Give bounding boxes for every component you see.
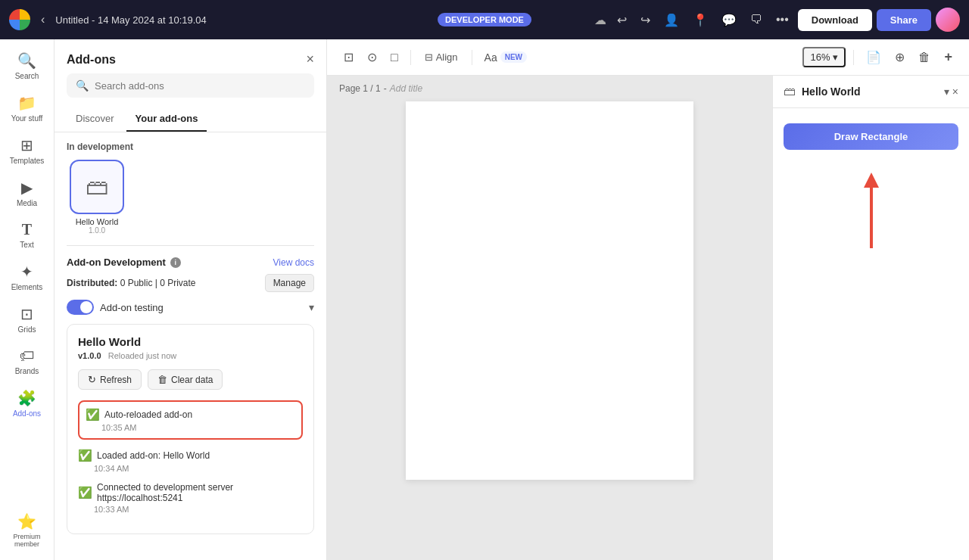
sidebar-item-search[interactable]: 🔍 Search — [3, 45, 51, 86]
user-icon-button[interactable]: 👤 — [659, 8, 684, 32]
avatar[interactable] — [936, 8, 960, 32]
media-icon: ▶ — [21, 179, 33, 197]
sidebar-item-premium[interactable]: ⭐ Premium member — [3, 506, 51, 554]
rp-addon-icon: 🗃 — [784, 85, 796, 98]
right-panel: 🗃 Hello World ▾ × Draw Rectangle — [772, 76, 969, 560]
sidebar-item-brands[interactable]: 🏷 Brands — [3, 341, 51, 381]
addon-testing-row: Add-on testing ▾ — [67, 300, 314, 315]
text-icon: T — [22, 221, 32, 238]
share-button[interactable]: Share — [877, 9, 931, 31]
new-badge: NEW — [500, 51, 527, 63]
sidebar-label-search: Search — [15, 72, 39, 80]
delete-button[interactable]: 🗑 — [914, 46, 935, 69]
testing-chevron-button[interactable]: ▾ — [309, 301, 314, 313]
log-text-1: Loaded add-on: Hello World — [97, 450, 210, 461]
sidebar-label-brands: Brands — [15, 367, 39, 375]
sidebar-item-addons[interactable]: 🧩 Add-ons — [3, 383, 51, 424]
toolbar: ⊡ ⊙ □ ⊟ Align Aa NEW 16% ▾ 📄 ⊕ 🗑 + — [327, 39, 969, 76]
search-box[interactable]: 🔍 — [67, 73, 314, 98]
log-status-0: ✅ Auto-reloaded add-on — [86, 408, 295, 422]
canvas[interactable] — [406, 101, 693, 480]
addon-development-header: Add-on Development i View docs — [67, 257, 314, 268]
back-button[interactable]: ‹ — [36, 8, 49, 31]
redo-button[interactable]: ↪ — [636, 8, 655, 32]
content-area: Page 1 / 1 - Add title 🗃 Hello World ▾ × — [327, 76, 969, 560]
addon-name: Hello World — [76, 217, 119, 226]
rp-controls: ▾ × — [944, 86, 958, 98]
developer-mode-badge: DEVELOPER MODE — [438, 13, 531, 26]
in-development-label: In development — [67, 142, 314, 152]
undo-button[interactable]: ↩ — [612, 8, 631, 32]
sidebar-label-premium: Premium member — [6, 533, 48, 548]
addon-card-hello-world[interactable]: 🗃 Hello World 1.0.0 — [67, 160, 127, 235]
page-button[interactable]: 📄 — [862, 45, 886, 69]
sidebar-label-addons: Add-ons — [13, 409, 41, 418]
check-icon-2: ✅ — [78, 486, 92, 499]
comments-icon-button[interactable]: 🗨 — [746, 8, 767, 31]
clear-data-button[interactable]: 🗑 Clear data — [148, 369, 223, 390]
rp-body: Draw Rectangle — [773, 108, 969, 560]
distributed-row: Distributed: 0 Public | 0 Private Manage — [67, 274, 314, 292]
frame-tool-button[interactable]: ⊡ — [339, 45, 358, 69]
addon-testing-toggle[interactable] — [67, 300, 94, 315]
sidebar-item-your-stuff[interactable]: 📁 Your stuff — [3, 88, 51, 129]
search-icon: 🔍 — [17, 51, 36, 70]
sidebar-item-elements[interactable]: ✦ Elements — [3, 257, 51, 297]
rp-title: Hello World — [802, 86, 861, 98]
layers-button[interactable]: ⊕ — [890, 45, 909, 69]
cloud-icon: ☁ — [594, 13, 606, 27]
panel-body: In development 🗃 Hello World 1.0.0 Add-o… — [55, 132, 326, 560]
rect-tool-button[interactable]: □ — [386, 46, 403, 69]
add-title[interactable]: Add title — [390, 83, 422, 94]
rp-close-button[interactable]: × — [952, 86, 958, 98]
testing-label: Add-on testing — [100, 302, 164, 313]
view-docs-link[interactable]: View docs — [273, 257, 314, 268]
brands-icon: 🏷 — [20, 347, 35, 365]
zoom-control[interactable]: 16% ▾ — [802, 47, 846, 67]
check-icon-0: ✅ — [86, 408, 100, 422]
tab-your-addons[interactable]: Your add-ons — [126, 107, 207, 132]
sidebar-item-templates[interactable]: ⊞ Templates — [3, 130, 51, 171]
refresh-button[interactable]: ↻ Refresh — [78, 369, 142, 390]
info-icon[interactable]: i — [170, 257, 181, 268]
sidebar-item-text[interactable]: T Text — [3, 215, 51, 255]
trash-icon: 🗑 — [157, 374, 167, 385]
log-text-2: Connected to development server https://… — [97, 482, 303, 503]
manage-button[interactable]: Manage — [265, 274, 314, 292]
translate-button[interactable]: Aa NEW — [480, 47, 531, 68]
addon-briefcase-icon: 🗃 — [86, 174, 108, 200]
left-sidebar: 🔍 Search 📁 Your stuff ⊞ Templates ▶ Medi… — [0, 39, 55, 560]
search-input[interactable] — [95, 80, 305, 92]
sidebar-item-media[interactable]: ▶ Media — [3, 173, 51, 213]
panel-close-button[interactable]: × — [306, 51, 314, 67]
toolbar-sep-2 — [472, 50, 472, 65]
comment-icon-button[interactable]: 💬 — [717, 8, 741, 32]
rp-title-row: 🗃 Hello World — [784, 85, 861, 98]
hello-world-card: Hello World v1.0.0 Reloaded just now ↻ R… — [67, 324, 314, 534]
app-logo[interactable] — [9, 9, 30, 30]
sidebar-label-grids: Grids — [18, 325, 36, 334]
draw-rectangle-button[interactable]: Draw Rectangle — [784, 123, 958, 150]
location-icon-button[interactable]: 📍 — [688, 8, 712, 32]
log-entry-0: ✅ Auto-reloaded add-on 10:35 AM — [78, 400, 303, 440]
tab-discover[interactable]: Discover — [67, 107, 123, 132]
hw-title: Hello World — [78, 335, 303, 348]
toggle-knob — [80, 301, 92, 313]
distributed-text: Distributed: 0 Public | 0 Private — [67, 278, 196, 288]
addons-icon: 🧩 — [17, 389, 36, 407]
testing-left: Add-on testing — [67, 300, 164, 315]
align-button[interactable]: ⊟ Align — [419, 48, 464, 67]
log-status-2: ✅ Connected to development server https:… — [78, 482, 303, 503]
sidebar-label-media: Media — [17, 199, 37, 207]
toolbar-sep-1 — [410, 50, 411, 65]
more-button[interactable]: ••• — [771, 8, 793, 31]
download-button[interactable]: Download — [798, 9, 872, 31]
log-time-2: 10:33 AM — [94, 505, 303, 514]
hw-meta: v1.0.0 Reloaded just now — [78, 351, 303, 360]
addon-icon-box[interactable]: 🗃 — [70, 160, 124, 214]
rp-chevron-button[interactable]: ▾ — [944, 86, 949, 98]
add-button[interactable]: + — [939, 45, 957, 70]
sidebar-item-grids[interactable]: ⊡ Grids — [3, 299, 51, 340]
addons-panel: Add-ons × 🔍 Discover Your add-ons In dev… — [55, 39, 327, 560]
select-tool-button[interactable]: ⊙ — [363, 45, 382, 69]
